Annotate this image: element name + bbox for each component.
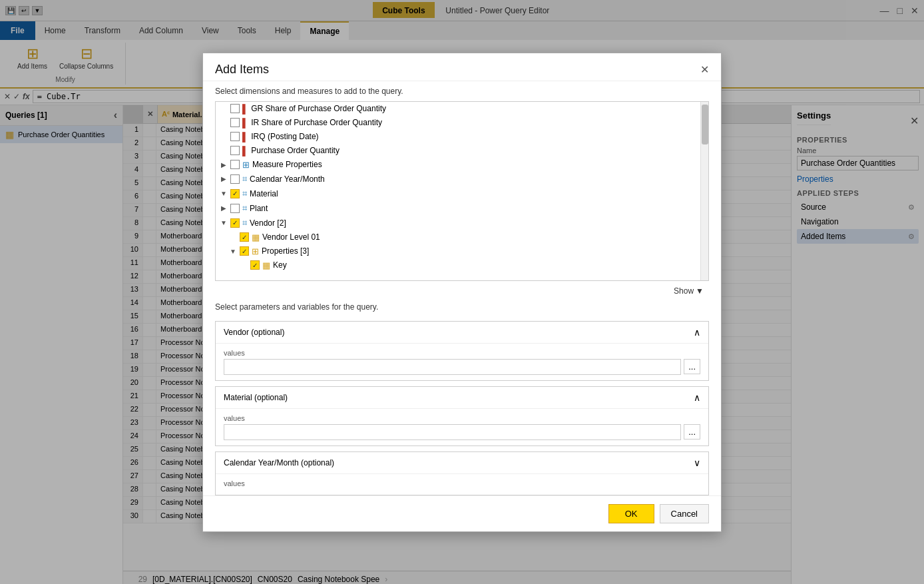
calendar-param-body: values: [216, 474, 708, 495]
vendor-values-label: values: [224, 349, 700, 357]
folder-icon-measure: ⊞: [242, 160, 250, 170]
tree-checkbox-vendor-level01[interactable]: [240, 232, 249, 242]
tree-checkbox-key[interactable]: [250, 260, 260, 270]
tree-checkbox-ir[interactable]: [230, 118, 240, 127]
tree-item-material[interactable]: ▼ ⌗ Material: [216, 186, 708, 201]
tree-item-plant[interactable]: ▶ ⌗ Plant: [216, 201, 708, 216]
material-values-label: values: [224, 414, 700, 422]
tree-checkbox-irq[interactable]: [230, 132, 240, 141]
tree-checkbox-plant[interactable]: [230, 204, 240, 213]
tree-label-plant: Plant: [250, 204, 268, 213]
vendor-section: Vendor (optional) ∧ values ...: [215, 321, 709, 381]
tree-label-material: Material: [250, 189, 278, 198]
tree-label-properties: Properties [3]: [262, 246, 309, 256]
measure-icon-ir: ▌: [242, 118, 248, 128]
vendor-values-input[interactable]: [224, 359, 681, 375]
tree-label-ir: IR Share of Purchase Order Quantity: [251, 118, 382, 127]
tree-checkbox-properties[interactable]: [240, 246, 249, 256]
cancel-button[interactable]: Cancel: [660, 504, 709, 523]
tree-label-poq: Purchase Order Quantity: [251, 146, 340, 155]
modal-body: ▌ GR Share of Purchase Order Quantity ▌ …: [203, 101, 721, 495]
calendar-values-label: values: [224, 479, 700, 487]
vendor-ellipsis-button[interactable]: ...: [684, 359, 700, 374]
tree-item-irq[interactable]: ▌ IRQ (Posting Date): [216, 130, 708, 144]
show-button[interactable]: Show ▼: [668, 284, 709, 298]
tree-scrollbar-thumb[interactable]: [702, 105, 708, 145]
tree-item-poq[interactable]: ▌ Purchase Order Quantity: [216, 144, 708, 158]
vendor-param-body: values ...: [216, 344, 708, 380]
tree-label-measure: Measure Properties: [252, 160, 322, 169]
tree-checkbox-material[interactable]: [230, 189, 240, 198]
tree-checkbox-measure[interactable]: [230, 160, 240, 169]
dim-icon-calendar: ⌗: [242, 174, 247, 184]
tree-label-key: Key: [273, 260, 287, 270]
calendar-expand-icon[interactable]: ∨: [694, 457, 700, 468]
material-param-header: Material (optional) ∧: [216, 387, 708, 409]
calendar-param-header: Calendar Year/Month (optional) ∨: [216, 452, 708, 474]
tree-item-gr-share[interactable]: ▌ GR Share of Purchase Order Quantity: [216, 102, 708, 116]
add-items-modal: Add Items ✕ Select dimensions and measur…: [202, 53, 722, 532]
tree-expand-material[interactable]: ▼: [220, 190, 228, 197]
material-param-label: Material (optional): [224, 393, 288, 402]
tree-item-measure-props[interactable]: ▶ ⊞ Measure Properties: [216, 158, 708, 172]
material-param-body: values ...: [216, 409, 708, 445]
calendar-section: Calendar Year/Month (optional) ∨ values: [215, 451, 709, 495]
tree-expand-properties[interactable]: ▼: [229, 248, 237, 255]
tree-item-properties[interactable]: ▼ ⊞ Properties [3]: [216, 244, 708, 258]
calendar-param-label: Calendar Year/Month (optional): [224, 458, 334, 467]
show-button-label: Show: [674, 286, 694, 296]
tree-label-irq: IRQ (Posting Date): [251, 132, 318, 141]
tree-checkbox-vendor[interactable]: [230, 218, 240, 228]
vendor-collapse-icon[interactable]: ∧: [694, 327, 700, 338]
tree-label-vendor: Vendor [2]: [250, 218, 286, 228]
tree-expand-vendor[interactable]: ▼: [220, 219, 228, 226]
modal-overlay: Add Items ✕ Select dimensions and measur…: [0, 0, 924, 584]
material-input-row: ...: [224, 424, 700, 440]
material-collapse-icon[interactable]: ∧: [694, 392, 700, 403]
folder-icon-properties: ⊞: [252, 246, 259, 256]
vendor-input-row: ...: [224, 359, 700, 375]
table-icon-key: ▦: [262, 260, 270, 270]
tree-label-gr: GR Share of Purchase Order Quantity: [251, 104, 386, 113]
modal-title: Add Items: [215, 63, 269, 77]
measure-icon-poq: ▌: [242, 146, 248, 156]
dim-icon-plant: ⌗: [242, 203, 247, 214]
parameters-subtitle: Select parameters and variables for the …: [215, 302, 709, 312]
tree-expand-measure[interactable]: ▶: [220, 161, 228, 168]
modal-subtitle: Select dimensions and measures to add to…: [203, 81, 721, 101]
tree-checkbox-calendar[interactable]: [230, 174, 240, 184]
modal-close-button[interactable]: ✕: [700, 63, 709, 76]
measure-icon-gr: ▌: [242, 104, 248, 114]
tree-container[interactable]: ▌ GR Share of Purchase Order Quantity ▌ …: [215, 101, 709, 281]
tree-label-calendar: Calendar Year/Month: [250, 174, 325, 184]
tree-item-key[interactable]: ▦ Key: [216, 258, 708, 272]
measure-icon-irq: ▌: [242, 132, 248, 142]
vendor-param-header: Vendor (optional) ∧: [216, 322, 708, 344]
tree-item-ir-share[interactable]: ▌ IR Share of Purchase Order Quantity: [216, 116, 708, 130]
tree-expand-calendar[interactable]: ▶: [220, 175, 228, 182]
dim-icon-material: ⌗: [242, 188, 247, 199]
tree-checkbox-gr[interactable]: [230, 104, 240, 113]
modal-header: Add Items ✕: [203, 53, 721, 81]
tree-item-vendor[interactable]: ▼ ⌗ Vendor [2]: [216, 216, 708, 230]
tree-item-calendar[interactable]: ▶ ⌗ Calendar Year/Month: [216, 172, 708, 186]
table-icon-vendor-level01: ▦: [252, 232, 260, 242]
tree-item-vendor-level01[interactable]: ▦ Vendor Level 01: [216, 230, 708, 244]
dim-icon-vendor: ⌗: [242, 218, 247, 228]
show-chevron-icon: ▼: [696, 286, 704, 296]
modal-footer: OK Cancel: [203, 495, 721, 531]
material-ellipsis-button[interactable]: ...: [684, 424, 700, 439]
ok-button[interactable]: OK: [608, 504, 654, 523]
vendor-param-label: Vendor (optional): [224, 328, 284, 337]
material-section: Material (optional) ∧ values ...: [215, 386, 709, 446]
material-values-input[interactable]: [224, 424, 681, 440]
tree-expand-plant[interactable]: ▶: [220, 204, 228, 212]
tree-label-vendor-level01: Vendor Level 01: [262, 232, 320, 242]
tree-checkbox-poq[interactable]: [230, 146, 240, 155]
tree-scrollbar[interactable]: [700, 102, 708, 280]
